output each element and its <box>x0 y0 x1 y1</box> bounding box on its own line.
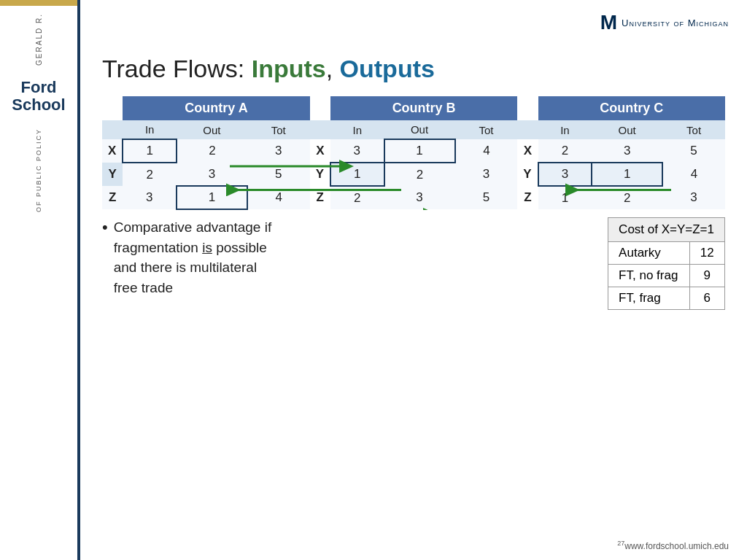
university-logo: M University of Michigan <box>600 11 729 34</box>
z-a-out: 1 <box>177 186 247 209</box>
country-b-header: Country B <box>330 96 517 120</box>
bullet-possible: possible <box>212 240 267 255</box>
z-c-out: 2 <box>592 186 662 209</box>
bullet-underline: is <box>202 240 212 255</box>
title-outputs: Outputs <box>340 55 435 82</box>
row-y-label: Y <box>102 163 123 186</box>
empty-sub <box>102 120 123 139</box>
ft-nofrag-label: FT, no frag <box>608 265 689 287</box>
b-tot-header: Tot <box>455 120 518 139</box>
bullet-line1: Comparative advantage if <box>114 219 272 235</box>
bullet-line4: free trade <box>114 280 173 295</box>
title-inputs: Inputs <box>252 55 326 82</box>
y-b-row-label: Y <box>310 163 330 186</box>
x-c-out: 3 <box>592 139 662 163</box>
x-b-tot: 4 <box>455 139 518 163</box>
bullet-content: Comparative advantage if fragmentation i… <box>114 217 272 298</box>
y-a-in: 2 <box>123 163 177 186</box>
cost-header: Cost of X=Y=Z=1 <box>608 218 725 242</box>
x-a-out: 2 <box>177 139 247 163</box>
autarky-value: 12 <box>689 242 724 265</box>
y-c-row-label: Y <box>517 163 538 186</box>
main-content: M University of Michigan Trade Flows: In… <box>80 0 747 560</box>
cost-table: Cost of X=Y=Z=1 Autarky 12 FT, no frag 9… <box>608 217 725 310</box>
z-a-in: 3 <box>123 186 177 209</box>
sidebar: Gerald R. Ford School of Public Policy <box>0 0 80 560</box>
c-out-header: Out <box>592 120 662 139</box>
x-b-row-label: X <box>310 139 330 163</box>
bullet-line3: and there is multilateral <box>114 260 257 275</box>
y-c-in: 3 <box>538 163 592 186</box>
x-a-tot: 3 <box>247 139 310 163</box>
empty-corner <box>102 96 123 120</box>
z-b-tot: 5 <box>455 186 518 209</box>
sep2 <box>517 96 538 120</box>
bullet-icon: • <box>102 216 108 298</box>
sep1 <box>310 96 330 120</box>
x-c-tot: 5 <box>662 139 725 163</box>
cost-ft-nofrag-row: FT, no frag 9 <box>608 265 725 287</box>
trade-table-container: Country A Country B Country C In Out Tot… <box>102 96 725 210</box>
z-c-in: 1 <box>538 186 592 209</box>
title-comma: , <box>326 55 340 82</box>
z-c-row-label: Z <box>517 186 538 209</box>
y-b-in: 1 <box>330 163 384 186</box>
c-in-header: In <box>538 120 592 139</box>
cost-ft-frag-row: FT, frag 6 <box>608 287 725 310</box>
sidebar-logo: Ford School <box>12 79 65 114</box>
y-a-tot: 5 <box>247 163 310 186</box>
row-x-label: X <box>102 139 123 163</box>
row-z-label: Z <box>102 186 123 209</box>
cost-table-wrapper: Cost of X=Y=Z=1 Autarky 12 FT, no frag 9… <box>608 217 725 310</box>
x-a-in: 1 <box>123 139 177 163</box>
university-name: University of Michigan <box>622 18 729 28</box>
sidebar-top-bar <box>0 0 77 6</box>
title-prefix: Trade Flows: <box>102 55 252 82</box>
sep-sub2 <box>517 120 538 139</box>
z-b-out: 3 <box>384 186 455 209</box>
y-c-out: 1 <box>592 163 662 186</box>
sidebar-gerald-text: Gerald R. <box>35 13 43 66</box>
ft-nofrag-value: 9 <box>689 265 724 287</box>
autarky-label: Autarky <box>608 242 689 265</box>
cost-autarky-row: Autarky 12 <box>608 242 725 265</box>
bottom-section: • Comparative advantage if fragmentation… <box>102 217 725 310</box>
ft-frag-label: FT, frag <box>608 287 689 310</box>
cost-header-row: Cost of X=Y=Z=1 <box>608 218 725 242</box>
z-b-in: 2 <box>330 186 384 209</box>
slide-title: Trade Flows: Inputs, Outputs <box>102 55 725 83</box>
ford-label: Ford <box>12 79 65 96</box>
footer-url: www.fordschool.umich.edu <box>624 541 729 551</box>
bullet-point: • Comparative advantage if fragmentation… <box>102 217 578 298</box>
b-out-header: Out <box>384 120 455 139</box>
x-b-in: 3 <box>330 139 384 163</box>
x-b-out: 1 <box>384 139 455 163</box>
sub-header-row: In Out Tot In Out Tot In Out Tot <box>102 120 725 139</box>
sidebar-subtitle: of Public Policy <box>35 128 42 212</box>
page-number: 27 <box>617 540 624 547</box>
b-in-header: In <box>330 120 384 139</box>
z-c-tot: 3 <box>662 186 725 209</box>
bullet-line2: fragmentation <box>114 240 202 255</box>
a-tot-header: Tot <box>247 120 310 139</box>
ft-frag-value: 6 <box>689 287 724 310</box>
a-out-header: Out <box>177 120 247 139</box>
country-a-header: Country A <box>123 96 309 120</box>
z-a-tot: 4 <box>247 186 310 209</box>
footer: 27www.fordschool.umich.edu <box>617 540 729 551</box>
table-row-x: X 1 2 3 X 3 1 4 X 2 3 5 <box>102 139 725 163</box>
a-in-header: In <box>123 120 177 139</box>
c-tot-header: Tot <box>662 120 725 139</box>
country-c-header: Country C <box>538 96 725 120</box>
y-b-tot: 3 <box>455 163 518 186</box>
z-b-row-label: Z <box>310 186 330 209</box>
x-c-in: 2 <box>538 139 592 163</box>
trade-flow-table: Country A Country B Country C In Out Tot… <box>102 96 725 210</box>
y-b-out: 2 <box>384 163 455 186</box>
m-logo-icon: M <box>600 11 617 34</box>
sep-sub1 <box>310 120 330 139</box>
y-a-out: 3 <box>177 163 247 186</box>
table-row-y: Y 2 3 5 Y 1 2 3 Y 3 1 4 <box>102 163 725 186</box>
table-row-z: Z 3 1 4 Z 2 3 5 Z 1 2 3 <box>102 186 725 209</box>
y-c-tot: 4 <box>662 163 725 186</box>
